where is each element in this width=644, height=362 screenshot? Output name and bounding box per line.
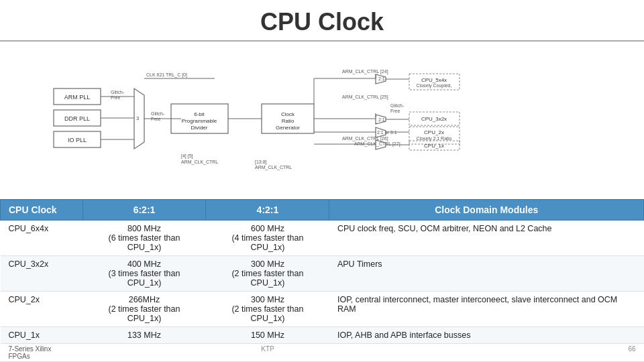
svg-text:CPU_2x: CPU_2x	[424, 129, 444, 135]
cell-modules: APU Timers	[329, 256, 644, 292]
cell-621: 800 MHz(6 times faster than CPU_1x)	[83, 221, 206, 256]
svg-text:[4]       [5]: [4] [5]	[181, 154, 193, 159]
col-header-2: 6:2:1	[83, 200, 206, 221]
title-area: CPU Clock	[0, 0, 644, 42]
svg-text:Ratio: Ratio	[282, 118, 294, 124]
svg-text:6-bit: 6-bit	[194, 111, 205, 117]
svg-text:Free: Free	[390, 109, 400, 113]
svg-text:2:1: 2:1	[378, 117, 385, 122]
svg-text:Clock: Clock	[281, 111, 295, 117]
footer-left: 7-Series Xilinx FPGAs	[1, 344, 83, 362]
svg-text:Generator: Generator	[276, 125, 300, 131]
svg-text:Free: Free	[111, 95, 121, 100]
cell-cpu-name: CPU_6x4x	[1, 221, 83, 256]
diagram-area: ARM PLL DDR PLL IO PLL Glitch- Free 3 CL…	[0, 42, 644, 199]
table-row: CPU_2x266MHz(2 times faster than CPU_1x)…	[1, 292, 644, 327]
cell-cpu-name: CPU_1x	[1, 327, 83, 344]
cell-modules: IOP, central interconnect, master interc…	[329, 292, 644, 327]
svg-text:3: 3	[136, 115, 140, 121]
cell-621: 133 MHz	[83, 327, 206, 344]
svg-text:ARM_CLK_CTRL [24]: ARM_CLK_CTRL [24]	[342, 69, 388, 74]
svg-text:2:1: 2:1	[378, 76, 385, 81]
svg-text:CPU_3x2x: CPU_3x2x	[421, 116, 447, 122]
cell-421: 300 MHz(2 times faster than CPU_1x)	[206, 292, 329, 327]
table-row: CPU_6x4x800 MHz(6 times faster than CPU_…	[1, 221, 644, 256]
cell-cpu-name: CPU_2x	[1, 292, 83, 327]
table-row: CPU_3x2x400 MHz(3 times faster than CPU_…	[1, 256, 644, 292]
svg-text:Glitch-: Glitch-	[111, 90, 125, 95]
svg-text:ARM PLL: ARM PLL	[64, 94, 91, 101]
footer-empty	[83, 344, 206, 362]
main-table: CPU Clock 6:2:1 4:2:1 Clock Domain Modul…	[0, 199, 644, 362]
table-header-row: CPU Clock 6:2:1 4:2:1 Clock Domain Modul…	[1, 200, 644, 221]
svg-text:Glitch-: Glitch-	[151, 111, 165, 116]
col-header-3: 4:2:1	[206, 200, 329, 221]
table-footer-row: 7-Series Xilinx FPGAs KTP 66	[1, 344, 644, 362]
col-header-4: Clock Domain Modules	[329, 200, 644, 221]
svg-text:Closely Coupled,: Closely Coupled,	[417, 83, 452, 88]
svg-text:ARM_CLK_CTRL: ARM_CLK_CTRL	[255, 165, 292, 170]
svg-text:DDR PLL: DDR PLL	[64, 115, 90, 122]
svg-text:ARM_CLK_CTRL: ARM_CLK_CTRL	[181, 160, 218, 165]
svg-text:ARM_CLK_CTRL [26]: ARM_CLK_CTRL [26]	[342, 136, 388, 141]
svg-text:Divider: Divider	[191, 125, 208, 131]
svg-text:CPU_1x: CPU_1x	[424, 143, 444, 149]
svg-text:[13:8]: [13:8]	[255, 160, 267, 165]
cpu-clock-diagram: ARM PLL DDR PLL IO PLL Glitch- Free 3 CL…	[47, 65, 597, 176]
cell-621: 400 MHz(3 times faster than CPU_1x)	[83, 256, 206, 292]
footer-center: KTP	[206, 344, 329, 362]
svg-text:IO PLL: IO PLL	[68, 137, 87, 143]
footer-right: 66	[329, 344, 644, 362]
page: CPU Clock ARM PLL DDR PLL IO PLL Glitch-…	[0, 0, 644, 362]
svg-text:CPU_5x4x: CPU_5x4x	[421, 77, 447, 83]
svg-text:1: 1	[374, 113, 377, 117]
cell-421: 150 MHz	[206, 327, 329, 344]
svg-text:Glitch-: Glitch-	[390, 103, 405, 108]
table-section: CPU Clock 6:2:1 4:2:1 Clock Domain Modul…	[0, 199, 644, 362]
col-header-1: CPU Clock	[1, 200, 83, 221]
svg-text:CLK 621 TRL_C [0]: CLK 621 TRL_C [0]	[146, 72, 187, 78]
cell-cpu-name: CPU_3x2x	[1, 256, 83, 292]
cell-421: 300 MHz(2 times faster than CPU_1x)	[206, 256, 329, 292]
svg-text:Programmable: Programmable	[182, 118, 217, 124]
table-row: CPU_1x133 MHz150 MHzIOP, AHB and APB int…	[1, 327, 644, 344]
svg-text:ARM_CLK_CTRL [25]: ARM_CLK_CTRL [25]	[342, 95, 388, 100]
cell-621: 266MHz(2 times faster than CPU_1x)	[83, 292, 206, 327]
cell-421: 600 MHz(4 times faster than CPU_1x)	[206, 221, 329, 256]
svg-text:1: 1	[374, 74, 377, 78]
cell-modules: IOP, AHB and APB interface busses	[329, 327, 644, 344]
cell-modules: CPU clock freq, SCU, OCM arbitrer, NEON …	[329, 221, 644, 256]
page-title: CPU Clock	[0, 8, 644, 36]
svg-text:Free: Free	[151, 117, 161, 121]
